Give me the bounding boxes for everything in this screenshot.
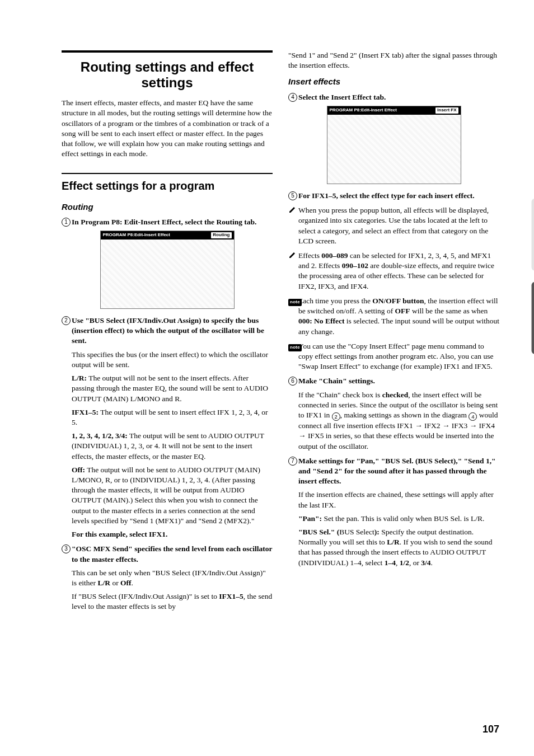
step-2: 2 Use "BUS Select (IFX/Indiv.Out Assign)… <box>62 316 273 346</box>
step-6: 6 Make "Chain" settings. <box>288 376 499 386</box>
note-2-text: You can use the "Copy Insert Effect" pag… <box>298 342 493 370</box>
left-column: Routing settings and effect settings The… <box>62 50 273 616</box>
step-6-number: 6 <box>288 377 297 386</box>
note-2: note You can use the "Copy Insert Effect… <box>288 341 499 372</box>
lr-line: L/R: The output will not be sent to the … <box>72 373 273 404</box>
page-number: 107 <box>483 722 499 736</box>
step-5-number: 5 <box>288 191 297 200</box>
step-7-body: If the insertion effects are chained, th… <box>298 490 499 568</box>
step-6-body: If the "Chain" check box is checked, the… <box>298 390 499 452</box>
right-continuation: "Send 1" and "Send 2" (Insert FX tab) af… <box>288 50 499 71</box>
step-3: 3 "OSC MFX Send" specifies the send leve… <box>62 544 273 564</box>
note-1: note Each time you press the ON/OFF butt… <box>288 296 499 337</box>
step-7-p1: If the insertion effects are chained, th… <box>298 490 499 510</box>
page-title: Routing settings and effect settings <box>62 59 273 90</box>
step-7-text: Make settings for "Pan," "BUS Sel. (BUS … <box>298 457 496 485</box>
note-icon: note <box>288 342 302 352</box>
ifx15-line: IFX1–5: The output will be sent to inser… <box>72 407 273 428</box>
pencil-icon <box>288 251 296 259</box>
section-rule <box>62 173 273 174</box>
step-4-text: Select the Insert Effect tab. <box>298 93 386 101</box>
side-tab-basic-functions: Basic functions <box>532 282 534 354</box>
step-2-desc: This specifies the bus (or the insert ef… <box>72 350 273 370</box>
note-1-text: Each time you press the ON/OFF button, t… <box>298 297 499 336</box>
section-heading: Effect settings for a program <box>62 179 273 194</box>
side-tabs: Effects settings Basic functions <box>532 199 534 354</box>
pencil-icon <box>288 206 296 214</box>
step-1-number: 1 <box>62 218 71 227</box>
right-column: "Send 1" and "Send 2" (Insert FX tab) af… <box>288 50 499 616</box>
step-1-text: In Program P8: Edit-Insert Effect, selec… <box>72 218 256 226</box>
step-7: 7 Make settings for "Pan," "BUS Sel. (BU… <box>288 456 499 487</box>
pencil-note-1: When you press the popup button, all eff… <box>288 205 499 246</box>
step-7-number: 7 <box>288 457 297 466</box>
note-icon: note <box>288 297 302 307</box>
step-7-bus: "BUS Sel." (BUS Select): Specify the out… <box>298 527 499 568</box>
step-6-para: If the "Chain" check box is checked, the… <box>298 390 499 452</box>
step-2-body: This specifies the bus (or the insert ef… <box>72 350 273 540</box>
step-4: 4 Select the Insert Effect tab. <box>288 92 499 102</box>
figure-routing-tab: Routing <box>211 232 231 238</box>
routing-heading: Routing <box>62 201 273 213</box>
step-2-text: Use "BUS Select (IFX/Indiv.Out Assign) t… <box>72 316 264 345</box>
insert-effects-heading: Insert effects <box>288 76 499 87</box>
step-6-text: Make "Chain" settings. <box>298 377 375 385</box>
step-3-p2: If "BUS Select (IFX/Indiv.Out Assign)" i… <box>72 591 273 612</box>
step-5: 5 For IFX1–5, select the effect type for… <box>288 191 499 201</box>
intro-paragraph: The insert effects, master effects, and … <box>62 98 273 159</box>
step-7-pan: "Pan": Set the pan. This is valid only w… <box>298 514 499 524</box>
pencil-note-2-text: Effects 000–089 can be selected for IFX1… <box>298 251 494 290</box>
inline-ref-4: 4 <box>469 412 477 421</box>
figure-insert-tab: Insert FX <box>435 107 458 114</box>
step-3-body: This can be set only when "BUS Select (I… <box>72 568 273 612</box>
pencil-note-2: Effects 000–089 can be selected for IFX1… <box>288 251 499 292</box>
step-3-number: 3 <box>62 544 71 553</box>
step-3-text: "OSC MFX Send" specifies the send level … <box>72 544 272 563</box>
step-3-p1: This can be set only when "BUS Select (I… <box>72 568 273 588</box>
nums-line: 1, 2, 3, 4, 1/2, 3/4: The output will be… <box>72 431 273 462</box>
step-1: 1 In Program P8: Edit-Insert Effect, sel… <box>62 217 273 227</box>
step-2-number: 2 <box>62 316 71 325</box>
figure-insert-title: PROGRAM P8:Edit-Insert Effect <box>330 107 397 114</box>
example-line: For this example, select IFX1. <box>72 529 273 539</box>
side-tab-effects-settings: Effects settings <box>532 199 534 271</box>
figure-routing: PROGRAM P8:Edit-Insert Effect Routing <box>100 231 235 309</box>
off-line: Off: The output will not be sent to AUDI… <box>72 465 273 526</box>
pencil-note-1-text: When you press the popup button, all eff… <box>298 206 489 245</box>
step-4-number: 4 <box>288 93 297 102</box>
title-rule-top <box>62 50 273 53</box>
step-5-text: For IFX1–5, select the effect type for e… <box>298 191 475 200</box>
figure-routing-title: PROGRAM P8:Edit-Insert Effect <box>103 232 170 238</box>
figure-insert-fx: PROGRAM P8:Edit-Insert Effect Insert FX <box>327 106 461 184</box>
inline-ref-2: 2 <box>332 412 340 421</box>
